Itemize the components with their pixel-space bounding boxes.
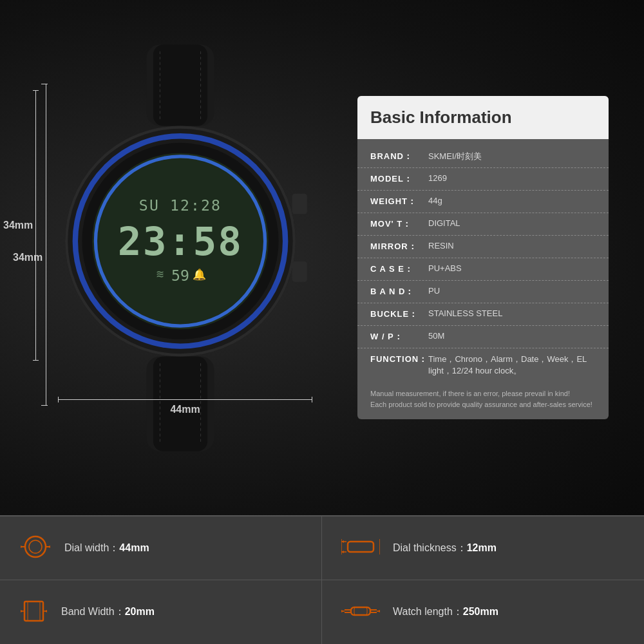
info-card: Basic Information BRAND：SKMEI/时刻美MODEL：1… bbox=[357, 96, 609, 419]
spec-band-width: Band Width：20mm bbox=[0, 580, 322, 644]
main-area: 34mm SU 12:28 23:58 bbox=[0, 0, 644, 515]
info-value-1: 1269 bbox=[428, 173, 596, 183]
info-value-4: RESIN bbox=[428, 241, 596, 251]
svg-text:59: 59 bbox=[171, 267, 189, 284]
watch-length-icon bbox=[341, 598, 380, 627]
info-value-6: PU bbox=[428, 286, 596, 296]
specs-bar: Dial width：44mm Dial thickness：12mm bbox=[0, 515, 644, 644]
watch-area: 34mm SU 12:28 23:58 bbox=[0, 0, 348, 515]
svg-marker-49 bbox=[377, 610, 380, 612]
v-dim-label: 34mm bbox=[13, 252, 43, 263]
info-row-2: WEIGHT：44g bbox=[357, 191, 609, 213]
info-row-4: MIRROR：RESIN bbox=[357, 236, 609, 258]
spec-watch-length-label: Watch length：250mm bbox=[393, 605, 498, 619]
dimension-44mm-container: 44mm bbox=[58, 399, 312, 415]
info-title-bar: Basic Information bbox=[357, 96, 609, 139]
dial-width-icon bbox=[19, 534, 52, 562]
svg-rect-35 bbox=[28, 601, 40, 621]
info-row-0: BRAND：SKMEI/时刻美 bbox=[357, 146, 609, 168]
info-row-6: B A N D：PU bbox=[357, 281, 609, 303]
info-key-7: BUCKLE： bbox=[370, 308, 428, 320]
info-key-8: W / P： bbox=[370, 331, 428, 343]
info-panel: Basic Information BRAND：SKMEI/时刻美MODEL：1… bbox=[348, 0, 618, 515]
band-width-icon bbox=[19, 598, 48, 627]
info-key-4: MIRROR： bbox=[370, 241, 428, 252]
info-value-5: PU+ABS bbox=[428, 263, 596, 273]
svg-text:23:58: 23:58 bbox=[118, 218, 243, 264]
info-value-3: DIGITAL bbox=[428, 218, 596, 228]
svg-rect-15 bbox=[292, 194, 307, 214]
dial-thickness-icon bbox=[341, 534, 380, 562]
svg-marker-39 bbox=[44, 610, 47, 612]
svg-text:SU 12:28: SU 12:28 bbox=[139, 197, 222, 214]
dimension-34mm-label: 34mm bbox=[3, 220, 33, 231]
spec-band-width-label: Band Width：20mm bbox=[61, 605, 155, 619]
spec-dial-width-label: Dial width：44mm bbox=[64, 542, 149, 555]
svg-rect-16 bbox=[292, 261, 307, 282]
info-rows-container: BRAND：SKMEI/时刻美MODEL：1269WEIGHT：44gMOV' … bbox=[357, 146, 609, 382]
spec-dial-thickness: Dial thickness：12mm bbox=[322, 516, 644, 580]
svg-rect-27 bbox=[348, 542, 374, 552]
dimension-34mm-container: 34mm bbox=[35, 90, 36, 361]
spec-dial-width: Dial width：44mm bbox=[0, 516, 322, 580]
info-row-8: W / P：50M bbox=[357, 326, 609, 348]
info-key-2: WEIGHT： bbox=[370, 196, 428, 207]
svg-text:≋: ≋ bbox=[156, 267, 164, 281]
svg-point-22 bbox=[29, 540, 42, 553]
info-row-3: MOV' T：DIGITAL bbox=[357, 213, 609, 236]
info-value-9: Time，Chrono，Alarm，Date，Week，EL light，12/… bbox=[428, 354, 596, 377]
info-row-9: FUNCTION：Time，Chrono，Alarm，Date，Week，EL … bbox=[357, 348, 609, 382]
watch-illustration: SU 12:28 23:58 ≋ 59 🔔 bbox=[52, 39, 309, 457]
v-dim-line-container bbox=[45, 84, 46, 406]
dimension-horizontal-line bbox=[58, 399, 312, 400]
spec-dial-thickness-label: Dial thickness：12mm bbox=[393, 542, 497, 555]
info-row-1: MODEL：1269 bbox=[357, 168, 609, 191]
info-key-5: C A S E： bbox=[370, 263, 428, 275]
dimension-44mm-label: 44mm bbox=[58, 404, 312, 415]
dimension-vertical-line bbox=[35, 90, 36, 361]
info-key-0: BRAND： bbox=[370, 151, 428, 162]
info-key-6: B A N D： bbox=[370, 286, 428, 298]
info-note: Manual measurement, if there is an error… bbox=[357, 382, 609, 410]
info-key-9: FUNCTION： bbox=[370, 354, 428, 365]
info-value-0: SKMEI/时刻美 bbox=[428, 151, 596, 162]
svg-rect-41 bbox=[354, 607, 367, 615]
svg-point-21 bbox=[25, 536, 46, 557]
svg-marker-26 bbox=[48, 545, 50, 548]
info-value-8: 50M bbox=[428, 331, 596, 341]
spec-watch-length: Watch length：250mm bbox=[322, 580, 644, 644]
info-key-3: MOV' T： bbox=[370, 218, 428, 230]
info-key-1: MODEL： bbox=[370, 173, 428, 185]
info-value-7: STAINLESS STEEL bbox=[428, 308, 596, 318]
svg-marker-48 bbox=[341, 610, 344, 612]
svg-rect-34 bbox=[24, 601, 43, 621]
info-note-text: Manual measurement, if there is an error… bbox=[370, 388, 596, 410]
svg-marker-24 bbox=[21, 545, 23, 548]
info-value-2: 44g bbox=[428, 196, 596, 205]
info-row-7: BUCKLE：STAINLESS STEEL bbox=[357, 303, 609, 326]
info-title: Basic Information bbox=[370, 108, 596, 128]
svg-rect-1 bbox=[153, 44, 207, 126]
svg-marker-38 bbox=[21, 610, 23, 612]
info-row-5: C A S E：PU+ABS bbox=[357, 258, 609, 281]
svg-text:🔔: 🔔 bbox=[193, 268, 207, 281]
